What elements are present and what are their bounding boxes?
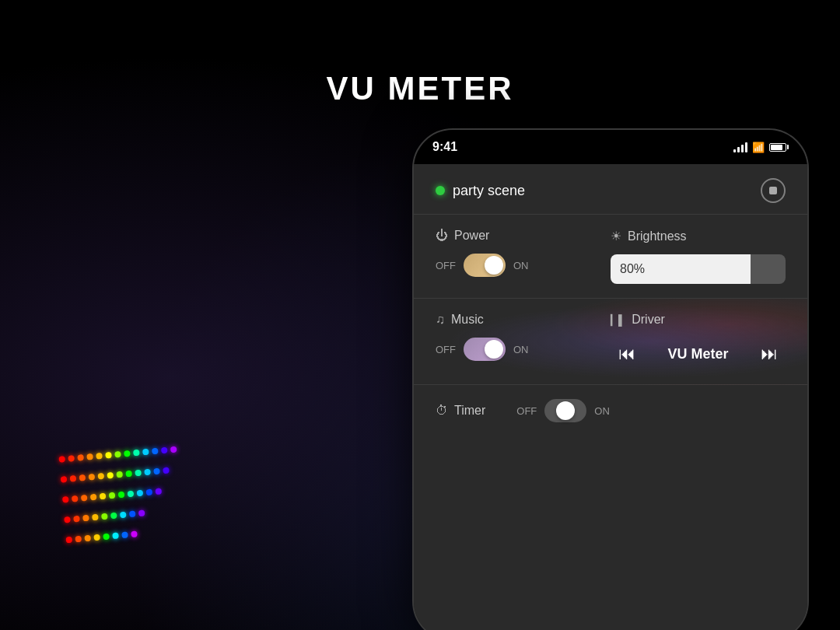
signal-bar-1 <box>733 149 736 152</box>
brightness-slider[interactable]: 80% <box>611 254 786 284</box>
music-driver-row: ♫ Music OFF ON ▎▌ Driver <box>436 313 786 370</box>
power-on-label: ON <box>513 260 529 271</box>
power-toggle-row: OFF ON <box>436 254 611 277</box>
music-column: ♫ Music OFF ON <box>436 313 611 370</box>
stop-button[interactable] <box>761 178 786 203</box>
signal-bar-3 <box>741 145 744 152</box>
active-indicator <box>436 186 445 195</box>
power-toggle[interactable] <box>464 254 506 277</box>
timer-toggle-row: OFF ON <box>516 399 610 422</box>
battery-icon <box>769 143 789 152</box>
led-strips-decoration <box>58 446 184 544</box>
driver-column: ▎▌ Driver ⏮ VU Meter ⏭ <box>611 313 786 370</box>
power-column: ⏻ Power OFF ON <box>436 229 611 284</box>
wifi-icon: 📶 <box>752 142 765 153</box>
status-icons: 📶 <box>733 142 789 153</box>
music-label: Music <box>451 313 484 327</box>
led-strip-4 <box>64 506 182 523</box>
brightness-label-row: ☀ Brightness <box>611 229 786 243</box>
driver-icon: ▎▌ <box>611 314 625 326</box>
signal-bars-icon <box>733 142 747 152</box>
power-brightness-row: ⏻ Power OFF ON ☀ Brightness <box>436 229 786 284</box>
driver-label-row: ▎▌ Driver <box>611 313 786 327</box>
signal-bar-2 <box>737 147 740 152</box>
driver-label: Driver <box>632 313 665 327</box>
page-title: VU METER <box>0 70 840 107</box>
power-brightness-section: ⏻ Power OFF ON ☀ Brightness <box>414 215 807 299</box>
notch-bump <box>564 130 657 152</box>
music-icon: ♫ <box>436 313 445 327</box>
timer-toggle[interactable] <box>544 399 586 422</box>
power-label-row: ⏻ Power <box>436 229 611 243</box>
timer-label-row: ⏱ Timer <box>436 404 485 418</box>
timer-on-label: ON <box>594 405 610 417</box>
music-driver-section: ♫ Music OFF ON ▎▌ Driver <box>414 299 807 385</box>
music-toggle-row: OFF ON <box>436 338 611 361</box>
timer-icon: ⏱ <box>436 404 448 418</box>
brightness-icon: ☀ <box>611 229 621 243</box>
music-on-label: ON <box>513 344 529 355</box>
timer-label: Timer <box>454 404 485 418</box>
timer-toggle-thumb <box>556 401 575 420</box>
brightness-column: ☀ Brightness 80% <box>611 229 786 284</box>
stop-icon <box>769 187 777 194</box>
driver-next-button[interactable]: ⏭ <box>753 338 786 370</box>
driver-controls: ⏮ VU Meter ⏭ <box>611 338 786 370</box>
status-time: 9:41 <box>432 140 457 154</box>
brightness-label: Brightness <box>628 229 687 243</box>
music-label-row: ♫ Music <box>436 313 611 327</box>
led-strip-3 <box>62 486 180 502</box>
phone-screen: party scene ⏻ Power OFF <box>414 164 807 630</box>
scene-left: party scene <box>436 183 525 199</box>
power-off-label: OFF <box>436 260 456 271</box>
brightness-value: 80% <box>620 262 645 276</box>
timer-off-label: OFF <box>516 405 537 417</box>
power-icon: ⏻ <box>436 229 448 243</box>
phone-frame: 9:41 📶 par <box>412 128 809 630</box>
signal-bar-4 <box>745 142 747 152</box>
scene-header: party scene <box>414 164 807 215</box>
timer-section: ⏱ Timer OFF ON <box>414 385 807 436</box>
driver-prev-button[interactable]: ⏮ <box>611 338 643 370</box>
power-label: Power <box>454 229 489 243</box>
music-toggle-thumb <box>485 340 503 359</box>
music-toggle[interactable] <box>464 338 506 361</box>
status-bar: 9:41 📶 <box>414 130 807 164</box>
led-strip-2 <box>61 466 179 482</box>
scene-name: party scene <box>453 183 525 199</box>
power-toggle-thumb <box>485 256 503 275</box>
music-off-label: OFF <box>436 344 456 355</box>
driver-current-name: VU Meter <box>643 346 753 362</box>
